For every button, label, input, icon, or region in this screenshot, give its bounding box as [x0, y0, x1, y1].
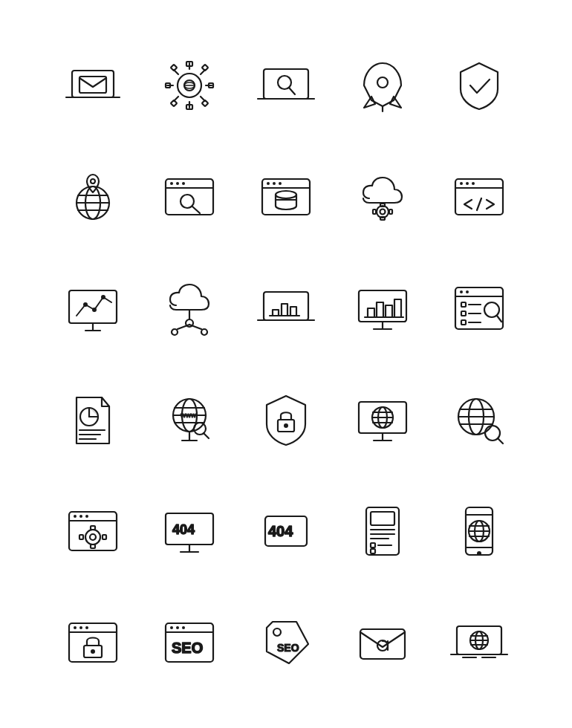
svg-rect-148	[79, 535, 83, 539]
browser-lock-icon	[48, 591, 137, 695]
phone-globe-icon	[435, 479, 524, 583]
svg-point-176	[79, 626, 82, 629]
monitor-chart-icon	[338, 256, 427, 360]
svg-rect-146	[91, 545, 95, 548]
document-list-icon	[338, 479, 427, 583]
svg-text:www: www	[180, 412, 197, 419]
svg-point-60	[466, 182, 469, 185]
svg-rect-24	[264, 69, 308, 99]
browser-search-list-icon	[435, 256, 524, 360]
cloud-network-icon	[145, 256, 234, 360]
svg-rect-147	[103, 535, 106, 539]
svg-point-141	[79, 515, 82, 518]
svg-point-182	[170, 626, 173, 629]
tag-seo-icon: SEO	[241, 591, 331, 695]
svg-line-137	[498, 438, 503, 443]
svg-text:SEO: SEO	[277, 642, 299, 654]
svg-rect-20	[171, 100, 177, 106]
svg-point-140	[74, 515, 77, 518]
svg-point-179	[91, 649, 95, 654]
browser-gear-icon	[48, 479, 137, 583]
gear-globe-icon	[145, 33, 234, 137]
svg-rect-163	[371, 549, 375, 553]
monitor-analytics-icon	[48, 256, 137, 360]
svg-rect-79	[273, 310, 279, 316]
svg-rect-173	[69, 623, 117, 662]
svg-rect-3	[79, 77, 106, 93]
svg-rect-188	[360, 629, 405, 659]
svg-point-68	[92, 308, 97, 312]
svg-rect-80	[282, 304, 287, 316]
globe-search-icon	[435, 368, 524, 472]
svg-text:404: 404	[268, 523, 293, 539]
envelope-at-icon	[338, 591, 427, 695]
svg-rect-157	[371, 512, 394, 525]
svg-rect-19	[202, 65, 208, 71]
shield-check-icon	[435, 33, 524, 137]
monitor-404-icon: 404	[145, 479, 234, 583]
sign-404-icon: 404	[241, 479, 331, 583]
svg-point-40	[176, 182, 179, 185]
svg-rect-21	[202, 100, 208, 106]
svg-text:404: 404	[172, 522, 195, 537]
svg-line-119	[204, 433, 209, 438]
document-pie-icon	[48, 368, 137, 472]
svg-rect-18	[171, 65, 177, 71]
svg-text:SEO: SEO	[172, 640, 203, 656]
laptop-chart-icon	[241, 256, 331, 360]
svg-point-186	[273, 628, 281, 636]
laptop-mail-icon	[48, 33, 137, 137]
svg-point-143	[85, 530, 100, 545]
svg-rect-87	[368, 308, 374, 317]
browser-search-icon	[145, 145, 234, 249]
svg-point-59	[460, 182, 463, 185]
svg-line-28	[289, 88, 295, 94]
browser-database-icon	[241, 145, 331, 249]
svg-point-71	[172, 329, 178, 335]
svg-point-95	[466, 290, 469, 293]
svg-point-183	[176, 626, 179, 629]
svg-point-49	[276, 191, 296, 198]
monitor-globe-icon	[338, 368, 427, 472]
svg-point-167	[477, 551, 481, 556]
svg-rect-145	[91, 526, 95, 530]
svg-point-36	[91, 179, 95, 183]
browser-code-icon	[435, 145, 524, 249]
laptop-search-icon	[241, 33, 331, 137]
svg-point-144	[90, 534, 96, 540]
svg-line-103	[497, 316, 501, 322]
svg-rect-89	[386, 305, 392, 317]
svg-point-41	[182, 182, 185, 185]
svg-rect-63	[69, 290, 117, 323]
svg-point-121	[284, 423, 288, 428]
svg-rect-100	[461, 320, 466, 325]
svg-point-67	[83, 302, 88, 307]
svg-rect-55	[389, 209, 392, 214]
icon-grid: www	[33, 19, 539, 709]
svg-rect-96	[461, 302, 466, 307]
cloud-gear-icon	[338, 145, 427, 249]
svg-point-142	[85, 515, 88, 518]
svg-point-94	[460, 290, 463, 293]
svg-point-69	[101, 295, 105, 299]
svg-point-29	[377, 77, 388, 88]
svg-point-177	[85, 626, 88, 629]
svg-rect-88	[377, 302, 383, 317]
svg-point-51	[377, 206, 389, 218]
shield-lock-icon	[241, 368, 331, 472]
svg-point-48	[279, 182, 282, 185]
svg-rect-90	[394, 299, 401, 317]
rocket-icon	[338, 33, 427, 137]
browser-seo-icon: SEO	[145, 591, 234, 695]
svg-point-52	[380, 209, 386, 215]
globe-location-icon	[48, 145, 137, 249]
svg-rect-37	[166, 179, 213, 215]
svg-point-175	[74, 626, 77, 629]
svg-rect-98	[461, 311, 466, 316]
svg-line-62	[477, 198, 481, 210]
svg-point-39	[170, 182, 173, 185]
svg-line-43	[192, 207, 200, 213]
laptop-globe-icon	[435, 591, 524, 695]
svg-point-72	[201, 329, 207, 335]
svg-rect-161	[371, 543, 375, 547]
